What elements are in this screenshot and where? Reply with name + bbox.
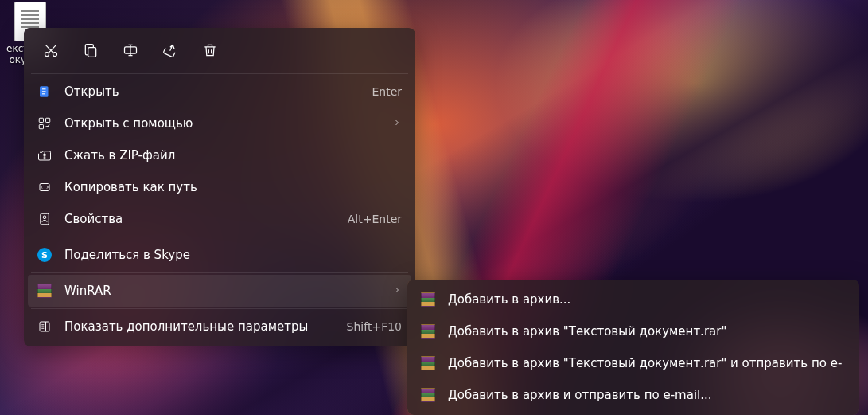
svg-rect-14 [40, 322, 49, 331]
delete-button[interactable] [190, 37, 230, 67]
submenu-add-email[interactable]: Добавить в архив и отправить по e-mail..… [411, 379, 855, 411]
context-menu-toolbar [28, 32, 411, 72]
svg-rect-10 [39, 125, 43, 129]
menu-label: Сжать в ZIP-файл [64, 148, 402, 162]
menu-copy-path[interactable]: Копировать как путь [28, 171, 411, 203]
divider [31, 272, 408, 273]
more-options-icon [37, 319, 52, 334]
winrar-icon [37, 284, 52, 298]
winrar-icon [421, 292, 435, 307]
share-button[interactable] [150, 37, 190, 67]
delete-icon [202, 42, 218, 61]
zip-icon [37, 148, 52, 162]
submenu-add-email-named[interactable]: Добавить в архив "Текстовый документ.rar… [411, 347, 855, 379]
cut-icon [43, 42, 59, 61]
submenu-add-archive[interactable]: Добавить в архив... [411, 284, 855, 315]
menu-label: Свойства [64, 212, 335, 226]
svg-rect-7 [42, 93, 45, 94]
skype-icon: S [37, 248, 52, 262]
winrar-icon [421, 324, 435, 339]
submenu-label: Добавить в архив... [448, 292, 846, 307]
svg-rect-2 [88, 48, 96, 57]
menu-label: Копировать как путь [64, 180, 402, 194]
menu-properties[interactable]: Свойства Alt+Enter [28, 203, 411, 235]
menu-label: Открыть [64, 84, 359, 99]
submenu-label: Добавить в архив "Текстовый документ.rar… [448, 324, 846, 339]
divider [31, 73, 408, 74]
menu-shortcut: Enter [372, 85, 402, 98]
svg-rect-9 [46, 118, 50, 122]
menu-open[interactable]: Открыть Enter [28, 76, 411, 108]
svg-rect-8 [39, 118, 43, 122]
context-menu: Открыть Enter Открыть с помощью Сжать в … [24, 28, 415, 346]
rename-icon [123, 42, 138, 61]
menu-label: Открыть с помощью [64, 116, 380, 131]
submenu-label: Добавить в архив "Текстовый документ.rar… [448, 356, 846, 370]
menu-open-with[interactable]: Открыть с помощью [28, 108, 411, 139]
cut-button[interactable] [31, 37, 71, 67]
rename-button[interactable] [111, 37, 150, 67]
menu-more-options[interactable]: Показать дополнительные параметры Shift+… [28, 311, 411, 343]
winrar-icon [421, 388, 435, 402]
open-icon [37, 84, 52, 99]
copy-icon [83, 42, 99, 61]
svg-point-0 [45, 53, 49, 57]
winrar-icon [421, 356, 435, 370]
open-with-icon [37, 116, 52, 131]
copy-path-icon [37, 180, 52, 194]
menu-label: Поделиться в Skype [64, 248, 402, 262]
svg-rect-5 [42, 88, 46, 89]
menu-label: Показать дополнительные параметры [64, 319, 334, 334]
menu-shortcut: Shift+F10 [347, 320, 402, 333]
svg-rect-6 [42, 91, 46, 92]
divider [31, 237, 408, 237]
properties-icon [37, 212, 52, 226]
menu-label: WinRAR [64, 284, 380, 298]
share-icon [162, 42, 178, 61]
winrar-submenu: Добавить в архив... Добавить в архив "Те… [407, 280, 859, 415]
menu-compress-zip[interactable]: Сжать в ZIP-файл [28, 139, 411, 171]
menu-shortcut: Alt+Enter [348, 213, 402, 225]
copy-button[interactable] [71, 37, 111, 67]
divider [31, 308, 408, 309]
chevron-right-icon [392, 284, 402, 298]
chevron-right-icon [392, 116, 402, 131]
svg-point-1 [53, 53, 57, 57]
submenu-label: Добавить в архив и отправить по e-mail..… [448, 388, 846, 402]
menu-skype-share[interactable]: S Поделиться в Skype [28, 239, 411, 271]
submenu-add-named[interactable]: Добавить в архив "Текстовый документ.rar… [411, 315, 855, 347]
menu-winrar[interactable]: WinRAR [28, 275, 411, 307]
svg-point-13 [43, 216, 46, 219]
